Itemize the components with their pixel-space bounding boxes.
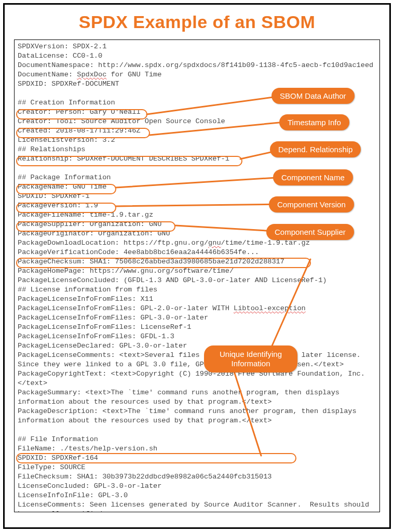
line-docnamespace: DocumentNamespace: http://www.spdx.org/s…: [18, 61, 373, 69]
line-pliff2-b: Libtool-exception: [234, 304, 306, 312]
line-packageverification: PackageVerificationCode: 4ee8abb8bc16eaa…: [18, 248, 259, 256]
line-packagechecksum: PackageChecksum: SHA1: 75068c26abbed3ad3…: [18, 258, 284, 265]
line-pliff5: PackageLicenseInfoFromFiles: GFDL-1.3: [18, 332, 174, 340]
line-packagedownload-c: /time/time-1.9.tar.gz: [221, 239, 310, 247]
line-licensecomments-file: LicenseComments: Seen licenses generated…: [18, 501, 373, 512]
line-packagedownload-b: gnu: [208, 239, 221, 247]
line-packagelicenseconcluded: PackageLicenseConcluded: (GFDL-1.3 AND G…: [18, 276, 327, 284]
figure-frame: SPDX Example of an SBOM SPDXVersion: SPD…: [3, 3, 391, 529]
line-datalicense: DataLicense: CC0-1.0: [18, 52, 102, 60]
line-documentname-a: DocumentName:: [18, 71, 77, 78]
line-packagesummary: PackageSummary: <text>The `time' command…: [18, 389, 344, 406]
figure-title: SPDX Example of an SBOM: [14, 12, 380, 32]
line-documentname-b: SpdxDoc: [77, 71, 106, 78]
line-pliff1: PackageLicenseInfoFromFiles: X11: [18, 295, 153, 303]
line-packagelicensecomments: PackageLicenseComments: <text>Several fi…: [18, 351, 369, 368]
section-license-files: ## License information from files: [18, 286, 157, 294]
section-file: ## File Information: [18, 435, 98, 443]
line-creator-person: Creator: Person: Gary O'Neall: [18, 108, 141, 116]
line-licenseinfoinfile: LicenseInfoInFile: GPL-3.0: [18, 491, 128, 499]
line-file-spdxid: SPDXID: SPDXRef-164: [18, 454, 98, 462]
line-pliff4: PackageLicenseInfoFromFiles: LicenseRef-…: [18, 323, 191, 331]
line-packagesupplier: PackageSupplier: Organization: GNU: [18, 220, 161, 228]
line-relationship: Relationship: SPDXRef-DOCUMENT DESCRIBES…: [18, 155, 229, 163]
line-filechecksum: FileChecksum: SHA1: 30b3973b22ddbcd9e898…: [18, 473, 271, 481]
section-creation: ## Creation Information: [18, 99, 115, 107]
line-packagelicensedeclared: PackageLicenseDeclared: GPL-3.0-or-later: [18, 342, 187, 350]
line-packagedownload-a: PackageDownloadLocation: https://ftp.gnu…: [18, 239, 208, 247]
section-package: ## Package Information: [18, 174, 111, 181]
line-packageoriginator: PackageOriginator: Organization: GNU: [18, 230, 170, 237]
line-filename: FileName: ./tests/help-version.sh: [18, 445, 157, 453]
line-licenseconcluded-file: LicenseConcluded: GPL-3.0-or-later: [18, 482, 161, 490]
line-packagefilename: PackageFileName: time-1.9.tar.gz: [18, 211, 153, 219]
line-documentname-c: for GNU Time: [106, 71, 161, 78]
line-packageversion: PackageVersion: 1.9: [18, 202, 98, 209]
line-filetype: FileType: SOURCE: [18, 463, 86, 471]
line-packagecopyright: PackageCopyrightText: <text>Copyright (C…: [18, 370, 365, 387]
line-spdxid: SPDXID: SPDXRef-DOCUMENT: [18, 80, 119, 88]
line-creator-tool: Creator: Tool: Source Auditor Open Sourc…: [18, 117, 225, 125]
spdx-text: SPDXVersion: SPDX-2.1 DataLicense: CC0-1…: [15, 40, 379, 512]
spdx-code-box: SPDXVersion: SPDX-2.1 DataLicense: CC0-1…: [14, 39, 380, 512]
line-licenselist: LicenseListVersion: 3.2: [18, 136, 115, 144]
section-relationships: ## Relationships: [18, 145, 86, 153]
line-packagedescription: PackageDescription: <text>The `time' com…: [18, 407, 361, 424]
line-pkg-spdxid: SPDXID: SPDXRef-1: [18, 192, 90, 200]
line-created: Created: 2018-08-17T11:29:46Z: [18, 127, 141, 135]
line-pliff3: PackageLicenseInfoFromFiles: GPL-3.0-or-…: [18, 314, 208, 322]
line-packagename: PackageName: GNU Time: [18, 183, 106, 191]
line-pliff2-a: PackageLicenseInfoFromFiles: GPL-2.0-or-…: [18, 304, 234, 312]
line-spdxversion: SPDXVersion: SPDX-2.1: [18, 43, 106, 50]
line-packagehomepage: PackageHomePage: https://www.gnu.org/sof…: [18, 267, 234, 275]
